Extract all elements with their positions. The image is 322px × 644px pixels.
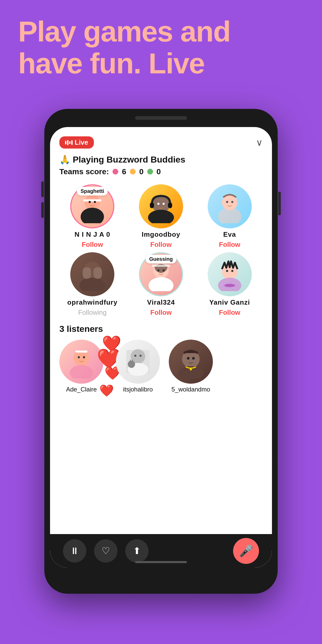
- wold-name: 5_woldandmo: [171, 386, 210, 393]
- svg-rect-23: [152, 265, 170, 267]
- svg-point-40: [139, 355, 142, 357]
- live-badge: Live: [59, 136, 94, 149]
- avatar-wrap-viral: Guessing: [139, 252, 183, 296]
- power-button: [278, 192, 281, 215]
- avatar-wrap-eva: [208, 184, 252, 228]
- score-label: Teams score:: [59, 167, 109, 176]
- ninja-tag: Spaghetti: [77, 187, 108, 195]
- avatar-imgoodboy: [139, 184, 183, 228]
- svg-point-9: [157, 203, 159, 205]
- phone-notch: [135, 116, 187, 120]
- svg-point-6: [148, 210, 174, 223]
- player-cell-imgoodboy: Imgoodboy Follow: [128, 184, 194, 249]
- joha-name: itsjohalibro: [123, 386, 153, 393]
- score-value-red: 6: [122, 167, 126, 176]
- oprah-name: oprahwindfury: [67, 298, 118, 306]
- home-indicator: [135, 561, 187, 563]
- score-row: Teams score: 6 0 0: [59, 167, 263, 176]
- svg-point-13: [226, 201, 228, 203]
- mic-icon: 🎤: [239, 544, 253, 558]
- listener-wold: 5_woldandmo: [169, 340, 213, 393]
- share-icon: ⬆: [133, 545, 141, 556]
- svg-point-29: [225, 284, 235, 287]
- heart-icon: ♡: [102, 545, 110, 556]
- avatar-wold: [169, 340, 213, 384]
- player-cell-yaniv: Yaniv Ganzi Follow: [197, 252, 263, 317]
- mic-button[interactable]: 🎤: [233, 538, 259, 564]
- chevron-down-icon[interactable]: ∨: [256, 137, 263, 148]
- avatar-joha: [116, 340, 160, 384]
- eva-follow[interactable]: Follow: [219, 241, 240, 249]
- yaniv-name: Yaniv Ganzi: [209, 298, 250, 306]
- imgoodboy-follow[interactable]: Follow: [150, 241, 172, 249]
- svg-rect-7: [150, 202, 154, 208]
- heart-button[interactable]: ♡: [94, 539, 117, 563]
- player-cell-eva: Eva Follow: [197, 184, 263, 249]
- bottom-actions: ⏸ ♡ ⬆: [63, 539, 149, 563]
- listeners-row: Ade_Claire ❤️ ❤️ ❤️ ❤️: [59, 340, 263, 393]
- headline: Play games and have fun. Live: [18, 16, 230, 79]
- avatar-yaniv: [208, 252, 252, 296]
- vol-down-button: [41, 202, 44, 218]
- game-title: 🙏 Playing Buzzword Buddies: [59, 154, 263, 165]
- live-bars-icon: [65, 140, 73, 145]
- svg-point-4: [94, 201, 96, 203]
- svg-rect-2: [83, 199, 101, 201]
- svg-point-46: [190, 368, 192, 370]
- player-cell-ninja: Spaghetti N I N J A 0 Follow: [59, 184, 125, 249]
- phone-screen: Live ∨ 🙏 Playing Buzzword Buddies Teams …: [50, 127, 272, 568]
- live-label: Live: [75, 138, 88, 146]
- svg-rect-18: [94, 267, 102, 279]
- eva-name: Eva: [223, 230, 236, 239]
- claire-name: Ade_Claire: [66, 386, 97, 393]
- share-button[interactable]: ⬆: [125, 539, 149, 563]
- svg-point-45: [192, 357, 195, 360]
- viral-follow[interactable]: Follow: [150, 309, 172, 317]
- score-dot-orange: [130, 169, 136, 174]
- headline-line2: have fun. Live: [18, 47, 230, 79]
- svg-point-39: [134, 355, 136, 357]
- player-cell-viral: Guessing Viral324 Follow: [128, 252, 194, 317]
- avatar-oprah: [70, 252, 114, 296]
- svg-rect-17: [83, 267, 91, 279]
- score-value-green: 0: [157, 167, 161, 176]
- yaniv-follow[interactable]: Follow: [219, 309, 240, 317]
- svg-point-10: [163, 203, 165, 205]
- svg-point-20: [149, 277, 173, 291]
- avatar-wrap-ninja: Spaghetti: [70, 184, 114, 228]
- svg-point-31: [70, 365, 93, 379]
- oprah-follow: Following: [78, 309, 107, 317]
- viral-name: Viral324: [147, 298, 175, 306]
- headline-line1: Play games and: [18, 16, 230, 47]
- svg-point-26: [226, 270, 228, 272]
- svg-point-33: [78, 356, 80, 358]
- header-row: Live ∨: [59, 136, 263, 149]
- score-dot-red: [113, 169, 118, 174]
- avatar-wrap-imgoodboy: [139, 184, 183, 228]
- score-value-orange: 0: [139, 167, 144, 176]
- svg-point-3: [89, 201, 91, 203]
- vol-up-button: [41, 181, 44, 197]
- viral-tag: Guessing: [145, 255, 176, 263]
- avatar-wrap-oprah: [70, 252, 114, 296]
- svg-rect-32: [75, 351, 87, 353]
- svg-rect-8: [168, 202, 172, 208]
- score-dot-green: [147, 169, 153, 174]
- listeners-title: 3 listeners: [59, 324, 263, 334]
- svg-point-12: [218, 208, 241, 223]
- svg-point-41: [128, 361, 135, 368]
- svg-point-21: [157, 269, 159, 271]
- svg-point-27: [231, 270, 233, 272]
- ninja-name: N I N J A 0: [74, 230, 110, 239]
- listener-joha: itsjohalibro: [116, 340, 160, 393]
- phone-mockup: Live ∨ 🙏 Playing Buzzword Buddies Teams …: [44, 109, 278, 594]
- svg-point-44: [187, 357, 190, 360]
- ninja-follow[interactable]: Follow: [82, 241, 103, 249]
- players-grid: Spaghetti N I N J A 0 Follow: [59, 184, 263, 317]
- svg-point-34: [83, 356, 85, 358]
- heart-4: ❤️: [99, 384, 114, 397]
- svg-point-14: [231, 201, 233, 203]
- pause-button[interactable]: ⏸: [63, 539, 86, 563]
- svg-point-1: [81, 208, 104, 223]
- svg-point-16: [79, 278, 105, 291]
